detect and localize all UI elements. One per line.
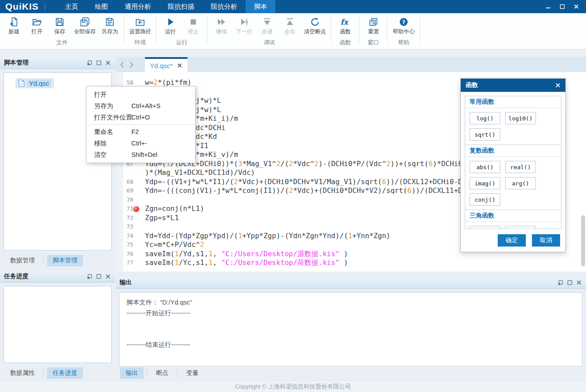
breakpoint-icon[interactable] (133, 206, 139, 212)
func-sin-button[interactable]: sin() (470, 226, 500, 229)
chevron-right-icon[interactable] (129, 61, 134, 70)
function-section-title: 三角函数 (465, 210, 561, 222)
maximize-icon[interactable] (567, 279, 573, 286)
context-menu-item-save-as[interactable]: 另存为Ctrl+Alt+S (87, 100, 195, 112)
step-into-button: 步进 (256, 15, 279, 36)
task-progress-body (4, 286, 112, 363)
function-dialog-header[interactable]: 函数 (461, 79, 565, 92)
chevron-left-icon[interactable] (119, 61, 125, 70)
step-into-label: 步进 (262, 28, 273, 36)
ribbon-group-环境: 设置路径环境 (124, 13, 156, 49)
menu-home[interactable]: 主页 (57, 0, 87, 13)
open-button[interactable]: 打开 (25, 15, 48, 36)
line-number: 68 (127, 178, 134, 187)
menu-item-label: 打开文件位置 (94, 114, 132, 121)
function-dialog: 函数 常用函数log()log10()sqrt()复数函数abs()real()… (460, 78, 566, 252)
menu-general-analysis[interactable]: 通用分析 (116, 0, 159, 13)
func-arg-button[interactable]: arg() (505, 177, 536, 189)
line-number: 69 (127, 186, 134, 196)
close-icon[interactable] (105, 60, 111, 66)
code-text: Zgp=s*L1 (145, 214, 179, 222)
function-buttons: sin()cos()tan()asin()acos()atan() (465, 222, 561, 229)
close-button[interactable] (569, 0, 583, 13)
menu-impedance-scan[interactable]: 阻抗扫描 (159, 0, 203, 13)
titlebar: QuiKIS 主页绘图通用分析阻抗扫描阻抗分析脚本 (0, 0, 586, 13)
float-icon[interactable] (557, 279, 564, 286)
stop-label: 停止 (188, 28, 199, 36)
open-label: 打开 (32, 28, 43, 36)
tab-任务进度[interactable]: 任务进度 (47, 367, 83, 379)
set-path-button[interactable]: 设置路径 (127, 15, 154, 36)
func-log10-button[interactable]: log10() (505, 112, 536, 124)
function-section-title: 复数函数 (465, 145, 561, 157)
context-menu-item-rename[interactable]: 重命名F2 (87, 126, 195, 138)
file-tree-item[interactable]: Yd.qsc (15, 78, 54, 88)
close-icon[interactable] (177, 62, 183, 69)
copyright-text: Copyright © 上海科梁信息科技股份有限公司 (235, 383, 351, 391)
clear-breakpoints-button[interactable]: 清空断点 (301, 15, 329, 36)
tab-divider (147, 370, 147, 377)
ok-button[interactable]: 确定 (498, 234, 526, 247)
maximize-icon[interactable] (96, 273, 102, 279)
function-section: 复数函数abs()real()imag()arg()conj() (465, 145, 561, 210)
menu-script[interactable]: 脚本 (246, 0, 275, 13)
func-log-button[interactable]: log() (470, 112, 500, 124)
maximize-button[interactable] (555, 0, 569, 13)
function-section-title: 常用函数 (465, 96, 561, 108)
ribbon-group-label: 函数 (334, 37, 357, 48)
context-menu-item-remove[interactable]: 移除Ctrl+- (87, 138, 195, 149)
close-icon[interactable] (555, 83, 561, 88)
save-as-button[interactable]: 另存为 (98, 15, 121, 36)
run-button[interactable]: 运行 (159, 15, 182, 36)
minimize-icon (546, 4, 551, 9)
maximize-icon[interactable] (96, 60, 102, 66)
save-button[interactable]: 保存 (48, 15, 71, 36)
editor-scrollbar-thumb[interactable] (581, 215, 585, 266)
editor-tab[interactable]: Yd.qsc* (145, 57, 188, 72)
context-menu-item-open-file-location[interactable]: 打开文件位置Ctrl+O (87, 112, 195, 123)
task-panel-window-icons (87, 273, 111, 279)
code-text: )*(Mag_V1+DCXL*DCI1d)/Vdc) (145, 168, 255, 177)
tab-断点[interactable]: 断点 (150, 367, 174, 379)
step-out-label: 步出 (285, 28, 296, 36)
new-label: 新建 (9, 28, 20, 36)
func-imag-button[interactable]: imag() (470, 177, 500, 189)
tab-输出[interactable]: 输出 (120, 367, 144, 379)
context-menu-item-open[interactable]: 打开 (87, 89, 195, 100)
tab-数据属性[interactable]: 数据属性 (4, 367, 40, 379)
output-panel-tabs: 输出断点变量 (116, 367, 586, 380)
menu-item-shortcut: Ctrl+O (131, 112, 150, 123)
ribbon-group-label: 窗口 (362, 37, 385, 48)
func-sqrt-button[interactable]: sqrt() (470, 128, 500, 141)
float-icon[interactable] (87, 273, 93, 279)
clear-breakpoints-label: 清空断点 (304, 28, 326, 36)
open-folder-icon (32, 16, 42, 28)
close-icon[interactable] (576, 279, 582, 286)
line-number: 74 (127, 232, 134, 241)
minimize-button[interactable] (541, 0, 555, 13)
func-conj-button[interactable]: conj() (470, 193, 500, 206)
reset-button[interactable]: 重置 (362, 15, 385, 36)
new-button[interactable]: 新建 (3, 15, 25, 36)
script-panel-tabs: 数据管理脚本管理 (0, 254, 115, 267)
close-icon[interactable] (105, 273, 111, 279)
menu-item-label: 移除 (94, 140, 107, 147)
functions-button[interactable]: fx函数 (334, 15, 357, 36)
tab-脚本管理[interactable]: 脚本管理 (47, 255, 83, 266)
context-menu-item-clear[interactable]: 清空Shift+Del (87, 149, 195, 160)
func-abs-button[interactable]: abs() (470, 161, 500, 173)
next-line-button: 下一行 (233, 15, 256, 36)
editor-tab-bar: Yd.qsc* (116, 57, 586, 73)
tab-变量[interactable]: 变量 (181, 367, 204, 379)
help-center-button[interactable]: ?帮助中心 (390, 15, 417, 36)
cancel-button[interactable]: 取消 (532, 234, 560, 247)
menu-impedance-analysis[interactable]: 阻抗分析 (203, 0, 246, 13)
func-real-button[interactable]: real() (505, 161, 536, 173)
func-cos-button[interactable]: cos() (505, 226, 536, 229)
float-icon[interactable] (87, 60, 93, 66)
save-all-button[interactable]: 全部保存 (71, 15, 98, 36)
context-menu: 打开另存为Ctrl+Alt+S打开文件位置Ctrl+O重命名F2移除Ctrl+-… (86, 86, 195, 163)
menu-plot[interactable]: 绘图 (87, 0, 116, 13)
menu-item-label: 打开 (94, 91, 107, 98)
tab-数据管理[interactable]: 数据管理 (4, 255, 40, 266)
